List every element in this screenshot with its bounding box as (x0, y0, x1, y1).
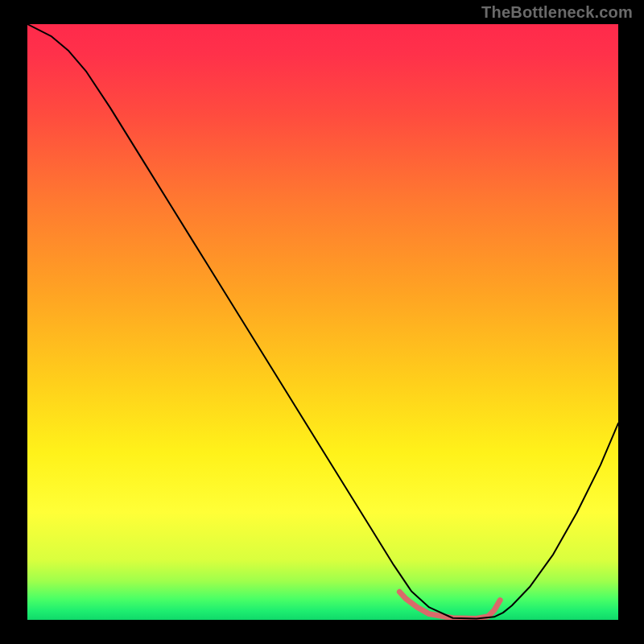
plot-area (27, 24, 618, 620)
gradient-background (27, 24, 618, 620)
watermark-label: TheBottleneck.com (481, 3, 633, 22)
chart-frame: TheBottleneck.com (0, 0, 644, 644)
chart-svg (27, 24, 618, 620)
